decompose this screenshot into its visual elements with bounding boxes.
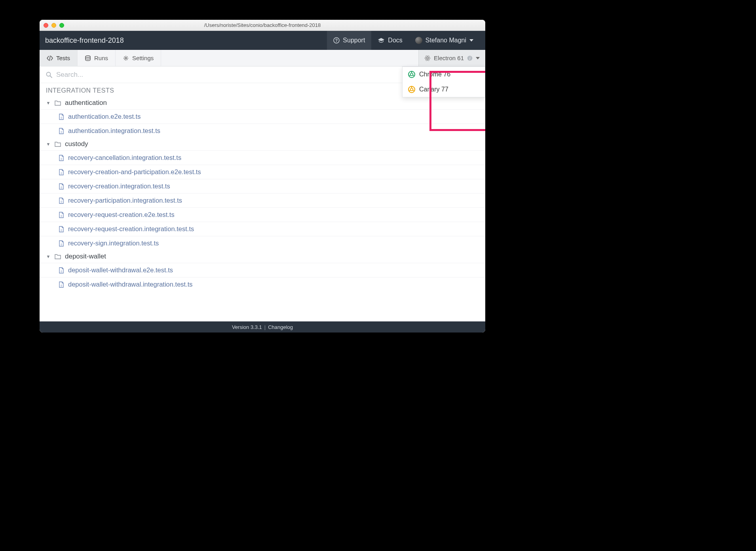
svg-text:{}: {} xyxy=(61,270,62,272)
test-file[interactable]: {}recovery-request-creation.e2e.test.ts xyxy=(40,207,485,222)
gear-icon xyxy=(123,55,129,61)
docs-label: Docs xyxy=(388,37,402,44)
browser-selector[interactable]: Electron 61 i xyxy=(418,50,485,66)
test-file[interactable]: {}deposit-wallet-withdrawal.integration.… xyxy=(40,277,485,291)
chevron-down-icon: ▼ xyxy=(46,101,51,105)
file-name: recovery-cancellation.integration.test.t… xyxy=(68,154,181,162)
test-file[interactable]: {}recovery-participation.integration.tes… xyxy=(40,193,485,207)
folder-icon xyxy=(55,141,61,147)
svg-text:{}: {} xyxy=(61,186,62,188)
chrome-icon xyxy=(408,71,415,78)
test-file[interactable]: {}recovery-cancellation.integration.test… xyxy=(40,150,485,165)
support-button[interactable]: ? Support xyxy=(327,31,371,50)
test-file[interactable]: {}recovery-creation-and-participation.e2… xyxy=(40,165,485,179)
file-name: deposit-wallet-withdrawal.e2e.test.ts xyxy=(68,266,173,274)
file-icon: {} xyxy=(59,267,64,274)
folder-label: deposit-wallet xyxy=(65,253,106,260)
browser-option-label: Chrome 76 xyxy=(419,71,450,78)
file-icon: {} xyxy=(59,281,64,288)
folder-row[interactable]: ▼custody xyxy=(40,138,485,150)
tab-runs[interactable]: Runs xyxy=(78,50,116,66)
info-icon: i xyxy=(467,55,473,61)
file-name: recovery-request-creation.e2e.test.ts xyxy=(68,211,175,218)
tab-tests[interactable]: Tests xyxy=(40,50,78,66)
test-file[interactable]: {}recovery-sign.integration.test.ts xyxy=(40,236,485,250)
version-label: Version 3.3.1 xyxy=(232,324,262,330)
folder-icon xyxy=(55,254,61,259)
test-file[interactable]: {}recovery-request-creation.integration.… xyxy=(40,222,485,236)
code-icon xyxy=(47,55,53,61)
docs-button[interactable]: Docs xyxy=(371,31,408,50)
electron-icon xyxy=(424,55,431,61)
folder-icon xyxy=(55,100,61,106)
svg-text:?: ? xyxy=(335,38,338,43)
test-file[interactable]: {}deposit-wallet-withdrawal.e2e.test.ts xyxy=(40,263,485,277)
titlebar: /Users/noriste/Sites/conio/backoffice-fr… xyxy=(40,20,485,31)
folder-row[interactable]: ▼authentication xyxy=(40,97,485,109)
browser-option[interactable]: Chrome 76 xyxy=(403,67,485,82)
file-icon: {} xyxy=(59,155,64,161)
support-label: Support xyxy=(343,37,365,44)
window-minimize-button[interactable] xyxy=(51,23,56,28)
file-icon: {} xyxy=(59,226,64,232)
browser-option[interactable]: Canary 77 xyxy=(403,82,485,97)
browser-selected-label: Electron 61 xyxy=(434,55,464,61)
window-zoom-button[interactable] xyxy=(59,23,64,28)
folder-row[interactable]: ▼deposit-wallet xyxy=(40,250,485,263)
user-name: Stefano Magni xyxy=(425,37,466,44)
window-close-button[interactable] xyxy=(44,23,48,28)
file-icon: {} xyxy=(59,240,64,247)
folder-label: custody xyxy=(65,140,88,148)
file-name: deposit-wallet-withdrawal.integration.te… xyxy=(68,281,193,288)
svg-text:{}: {} xyxy=(61,131,62,133)
browser-option-label: Canary 77 xyxy=(419,86,448,93)
svg-point-2 xyxy=(85,55,90,57)
svg-text:{}: {} xyxy=(61,215,62,217)
search-icon xyxy=(46,72,52,78)
file-name: recovery-creation.integration.test.ts xyxy=(68,182,170,190)
help-icon: ? xyxy=(333,37,340,44)
svg-text:{}: {} xyxy=(61,116,62,119)
window-title: /Users/noriste/Sites/conio/backoffice-fr… xyxy=(40,22,485,28)
app-header: backoffice-frontend-2018 ? Support Docs … xyxy=(40,31,485,50)
chevron-down-icon: ▼ xyxy=(46,142,51,146)
changelog-link[interactable]: Changelog xyxy=(268,324,293,330)
svg-text:{}: {} xyxy=(61,243,62,245)
tab-settings[interactable]: Settings xyxy=(116,50,161,66)
svg-text:{}: {} xyxy=(61,229,62,231)
test-list[interactable]: INTEGRATION TESTS ▼authentication{}authe… xyxy=(40,83,485,321)
database-icon xyxy=(85,55,91,61)
file-icon: {} xyxy=(59,128,64,134)
test-file[interactable]: {}authentication.e2e.test.ts xyxy=(40,109,485,124)
test-file[interactable]: {}recovery-creation.integration.test.ts xyxy=(40,179,485,193)
traffic-lights xyxy=(44,23,64,28)
chevron-down-icon xyxy=(469,39,473,42)
test-file[interactable]: {}authentication.integration.test.ts xyxy=(40,124,485,138)
user-menu[interactable]: Stefano Magni xyxy=(409,31,480,50)
chevron-down-icon: ▼ xyxy=(46,254,51,259)
file-icon: {} xyxy=(59,169,64,175)
file-name: authentication.e2e.test.ts xyxy=(68,113,141,120)
project-name: backoffice-frontend-2018 xyxy=(45,36,124,45)
chrome-icon xyxy=(408,86,415,93)
app-window: /Users/noriste/Sites/conio/backoffice-fr… xyxy=(40,20,485,332)
svg-point-4 xyxy=(427,57,428,59)
folder-label: authentication xyxy=(65,99,107,107)
browser-dropdown: Chrome 76Canary 77 xyxy=(402,66,485,97)
file-name: recovery-creation-and-participation.e2e.… xyxy=(68,168,201,176)
avatar-icon xyxy=(415,37,422,44)
chevron-down-icon xyxy=(476,57,480,59)
file-icon: {} xyxy=(59,212,64,218)
svg-text:{}: {} xyxy=(61,200,62,203)
footer: Version 3.3.1 | Changelog xyxy=(40,321,485,332)
file-name: authentication.integration.test.ts xyxy=(68,127,160,135)
tab-tests-label: Tests xyxy=(56,55,70,61)
file-name: recovery-request-creation.integration.te… xyxy=(68,225,194,233)
svg-line-15 xyxy=(50,76,52,78)
graduation-cap-icon xyxy=(378,38,385,43)
svg-text:{}: {} xyxy=(61,172,62,174)
tab-runs-label: Runs xyxy=(94,55,108,61)
tab-bar: Tests Runs Settings Electron 61 i Chrome… xyxy=(40,50,485,66)
file-name: recovery-sign.integration.test.ts xyxy=(68,239,159,247)
svg-text:{}: {} xyxy=(61,158,62,160)
